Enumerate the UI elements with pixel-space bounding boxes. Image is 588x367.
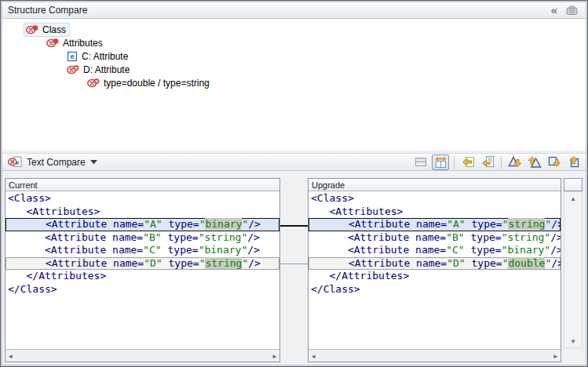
- eattribute-icon: e: [67, 51, 78, 62]
- tree-item-label: C: Attribute: [82, 51, 128, 62]
- tree-item[interactable]: Class: [2, 23, 586, 36]
- structure-compare-tree: ClassAttributeseC: AttributeD: Attribute…: [2, 19, 586, 150]
- tree-item[interactable]: D: Attribute: [2, 63, 586, 76]
- left-pane-title: Current: [9, 180, 38, 190]
- code-line[interactable]: </Class>: [309, 283, 561, 296]
- diff-connector[interactable]: [280, 263, 308, 264]
- diff-code-line[interactable]: <Attribute name="D" type="double"/>: [309, 257, 561, 271]
- compare-editor-frame: Structure Compare « ClassAttributeseC: A…: [2, 2, 586, 365]
- text-compare-body: Current <Class> <Attributes> <Attribute …: [2, 171, 586, 365]
- left-compare-pane: Current <Class> <Attributes> <Attribute …: [5, 178, 280, 362]
- tree-item[interactable]: eC: Attribute: [2, 49, 586, 63]
- right-pane-title: Upgrade: [312, 180, 345, 190]
- code-line[interactable]: <Attribute name="B" type="string"/>: [5, 231, 279, 245]
- scroll-up-icon[interactable]: ▴: [572, 194, 575, 202]
- toolbar-separator: [501, 156, 502, 169]
- toolbar-separator: [454, 156, 455, 169]
- diff-code-line[interactable]: <Attribute name="A" type="binary"/>: [5, 218, 279, 231]
- diff-modified-icon: [46, 38, 59, 48]
- scroll-down-icon[interactable]: ▾: [572, 337, 575, 345]
- compare-editor-window: Structure Compare « ClassAttributeseC: A…: [0, 0, 588, 367]
- previous-change-button[interactable]: [565, 154, 583, 170]
- next-change-button[interactable]: [546, 154, 563, 170]
- diff-connector[interactable]: [280, 225, 308, 227]
- left-pane-header: Current: [5, 179, 279, 191]
- structure-compare-actions: «: [551, 3, 586, 17]
- dropdown-arrow-icon: [90, 160, 97, 165]
- text-compare-toolbar: [412, 154, 586, 170]
- vertical-scrollbar[interactable]: ▴ ▾: [564, 191, 583, 348]
- text-compare-icon: e: [8, 155, 22, 169]
- diff-connector-gutter: [280, 191, 308, 350]
- toggle-orientation-button[interactable]: [412, 154, 429, 170]
- text-compare-menu[interactable]: e Text Compare: [2, 155, 97, 169]
- tree-item-label: Attributes: [63, 38, 103, 49]
- copy-all-right-to-left-button[interactable]: [459, 154, 477, 170]
- scrollbar-header-cell: [564, 178, 583, 191]
- code-line[interactable]: <Attribute name="C" type="binary"/>: [5, 244, 279, 257]
- code-line[interactable]: <Class>: [309, 192, 561, 205]
- right-code-viewer[interactable]: <Class> <Attributes> <Attribute name="A"…: [309, 191, 561, 349]
- structure-compare-header: Structure Compare «: [2, 2, 586, 19]
- scroll-right-icon[interactable]: ▸: [553, 352, 557, 360]
- code-line[interactable]: </Class>: [5, 283, 279, 296]
- diff-code-line[interactable]: <Attribute name="D" type="string"/>: [5, 257, 279, 271]
- svg-text:e: e: [71, 52, 75, 60]
- tree-item[interactable]: type=double / type=string: [2, 76, 586, 89]
- code-line[interactable]: <Class>: [5, 192, 279, 205]
- diff-changed-icon: [67, 64, 79, 74]
- diff-changed-icon: [87, 78, 100, 88]
- next-difference-button[interactable]: [506, 154, 524, 170]
- left-code-viewer[interactable]: <Class> <Attributes> <Attribute name="A"…: [5, 191, 279, 349]
- tree-selection-box: Class: [24, 23, 70, 37]
- tree-item[interactable]: Attributes: [2, 36, 586, 49]
- right-pane-header: Upgrade: [309, 179, 561, 191]
- structure-compare-title: Structure Compare: [2, 5, 87, 16]
- code-line[interactable]: </Attributes>: [309, 270, 561, 283]
- scroll-left-icon[interactable]: ◂: [312, 352, 316, 360]
- tree-item-label: type=double / type=string: [104, 78, 210, 89]
- text-compare-title: Text Compare: [27, 157, 86, 168]
- code-line[interactable]: <Attribute name="B" type="string"/>: [309, 231, 561, 245]
- previous-difference-button[interactable]: [526, 154, 543, 170]
- code-line[interactable]: <Attributes>: [309, 205, 561, 219]
- diff-code-line[interactable]: <Attribute name="A" type="string"/>: [309, 218, 561, 231]
- code-line[interactable]: <Attribute name="C" type="binary"/>: [309, 244, 561, 257]
- collapse-all-icon[interactable]: «: [551, 5, 557, 16]
- scroll-right-icon[interactable]: ▸: [272, 352, 276, 360]
- right-horizontal-scrollbar[interactable]: ◂ ▸: [309, 349, 561, 362]
- text-compare-header: e Text Compare: [2, 153, 586, 171]
- tree-item-label: D: Attribute: [83, 64, 130, 75]
- tree-item-label: Class: [42, 24, 66, 35]
- diff-modified-icon: [26, 24, 38, 35]
- copy-current-right-to-left-button[interactable]: [479, 154, 496, 170]
- right-compare-pane: Upgrade <Class> <Attributes> <Attribute …: [308, 178, 561, 362]
- scroll-left-icon[interactable]: ◂: [9, 352, 13, 360]
- code-line[interactable]: <Attributes>: [5, 205, 279, 219]
- left-horizontal-scrollbar[interactable]: ◂ ▸: [5, 349, 279, 362]
- screenshot-icon[interactable]: [564, 3, 579, 17]
- code-line[interactable]: </Attributes>: [5, 270, 279, 283]
- swap-left-right-button[interactable]: [432, 154, 449, 170]
